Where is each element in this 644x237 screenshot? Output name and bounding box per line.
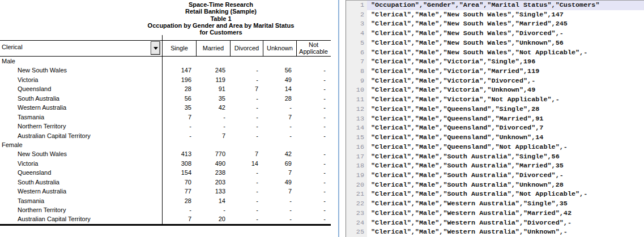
editor-line[interactable]: "Clerical","Male","Victoria","Unknown",4… bbox=[367, 85, 644, 95]
cell-divorced: - bbox=[230, 187, 263, 196]
editor-line[interactable]: "Clerical","Male","Victoria","Married",1… bbox=[367, 67, 644, 76]
cell-not-applicable: - bbox=[296, 131, 330, 140]
cell-divorced: - bbox=[230, 131, 263, 140]
editor-line[interactable]: "Clerical","Male","South Australia","Sin… bbox=[367, 152, 644, 162]
row-label: New South Wales bbox=[0, 66, 163, 75]
line-number: 20 bbox=[346, 180, 367, 190]
cell-single: 56 bbox=[163, 94, 196, 103]
cell-married: - bbox=[196, 122, 230, 131]
cell-married: 490 bbox=[196, 159, 230, 168]
cell-not-applicable: - bbox=[296, 66, 330, 75]
row-label: Northern Territory bbox=[0, 122, 163, 131]
editor-line[interactable]: "Clerical","Male","New South Wales","Not… bbox=[367, 48, 644, 58]
editor-line[interactable]: "Clerical","Male","Victoria","Divorced",… bbox=[367, 76, 644, 86]
row-label: Victoria bbox=[0, 159, 163, 168]
cell-single: - bbox=[163, 205, 196, 214]
editor-line[interactable]: "Clerical","Male","South Australia","Not… bbox=[367, 189, 644, 199]
cell-divorced: - bbox=[230, 196, 263, 205]
cell-single: 7 bbox=[163, 113, 196, 122]
line-number: 13 bbox=[346, 114, 367, 124]
cell-married: 245 bbox=[196, 66, 230, 75]
cell-single: 7 bbox=[163, 214, 196, 223]
editor-line[interactable]: "Clerical","Male","New South Wales","Sin… bbox=[367, 10, 644, 20]
editor-text-area[interactable]: "Occupation","Gender","Area","Marital St… bbox=[367, 1, 644, 237]
cell-single: 70 bbox=[163, 178, 196, 187]
editor-line[interactable]: "Clerical","Male","Western Australia","U… bbox=[367, 227, 644, 237]
dropdown-arrow-button[interactable] bbox=[151, 41, 160, 55]
row-label: Western Australia bbox=[0, 187, 163, 196]
report-table-body: Male New South Wales 147 245 - 56 - Vict… bbox=[0, 57, 331, 224]
line-number: 12 bbox=[346, 105, 367, 114]
table-row: Western Australia 35 42 - - - bbox=[0, 103, 331, 112]
line-number: 18 bbox=[346, 161, 367, 171]
cell-not-applicable: - bbox=[296, 168, 330, 177]
line-number: 24 bbox=[346, 218, 367, 228]
chevron-down-icon bbox=[153, 47, 158, 50]
editor-line[interactable]: "Clerical","Male","Western Australia","M… bbox=[367, 209, 644, 218]
cell-unknown bbox=[263, 140, 296, 149]
table-row: Australian Capital Territory - 7 - - - bbox=[0, 131, 331, 140]
editor-line[interactable]: "Clerical","Male","South Australia","Div… bbox=[367, 171, 644, 180]
editor-line[interactable]: "Clerical","Male","Queensland","Single",… bbox=[367, 105, 644, 114]
occupation-dropdown[interactable]: Clerical bbox=[0, 41, 161, 55]
row-label: South Australia bbox=[0, 178, 163, 187]
cell-single: 77 bbox=[163, 187, 196, 196]
editor-line[interactable]: "Clerical","Male","Queensland","Not Appl… bbox=[367, 143, 644, 152]
cell-not-applicable bbox=[296, 140, 330, 149]
editor-line[interactable]: "Clerical","Male","New South Wales","Unk… bbox=[367, 38, 644, 48]
line-number: 19 bbox=[346, 171, 367, 180]
editor-line[interactable]: "Clerical","Male","South Australia","Mar… bbox=[367, 161, 644, 171]
cell-single: 154 bbox=[163, 168, 196, 177]
row-label: Australian Capital Territory bbox=[0, 214, 163, 223]
group-header-row: Female bbox=[0, 140, 331, 149]
editor-line[interactable]: "Clerical","Male","Victoria","Not Applic… bbox=[367, 95, 644, 105]
cell-married: 133 bbox=[196, 187, 230, 196]
cell-unknown: - bbox=[263, 131, 296, 140]
editor-line[interactable]: "Clerical","Male","Queensland","Married"… bbox=[367, 114, 644, 124]
cell-divorced: - bbox=[230, 103, 263, 112]
line-number: 11 bbox=[346, 95, 367, 105]
editor-line[interactable]: "Clerical","Male","New South Wales","Div… bbox=[367, 29, 644, 38]
line-number: 9 bbox=[346, 76, 367, 86]
line-number: 1 bbox=[346, 1, 367, 10]
editor-line[interactable]: "Clerical","Male","New South Wales","Mar… bbox=[367, 19, 644, 29]
cell-single: 147 bbox=[163, 66, 196, 75]
editor-line[interactable]: "Clerical","Male","South Australia","Unk… bbox=[367, 180, 644, 190]
cell-married: 238 bbox=[196, 168, 230, 177]
editor-line[interactable]: "Clerical","Male","Western Australia","S… bbox=[367, 199, 644, 209]
editor-line[interactable]: "Clerical","Male","Victoria","Single",19… bbox=[367, 57, 644, 67]
editor-line[interactable]: "Clerical","Male","Queensland","Divorced… bbox=[367, 123, 644, 133]
line-number-gutter: 1234567891011121314151617181920212223242… bbox=[346, 1, 367, 237]
occupation-dropdown-value: Clerical bbox=[2, 44, 23, 50]
csv-editor-panel: 1234567891011121314151617181920212223242… bbox=[346, 0, 644, 237]
panel-splitter[interactable] bbox=[338, 0, 339, 237]
editor-line[interactable]: "Clerical","Male","Queensland","Unknown"… bbox=[367, 133, 644, 143]
cell-unknown: 7 bbox=[263, 187, 296, 196]
table-row: Victoria 308 490 14 69 - bbox=[0, 159, 331, 168]
cell-divorced: - bbox=[230, 66, 263, 75]
cell-single: - bbox=[163, 122, 196, 131]
cell-married: 42 bbox=[196, 103, 230, 112]
cell-married: 770 bbox=[196, 149, 230, 158]
line-number: 2 bbox=[346, 10, 367, 20]
editor-line[interactable]: "Occupation","Gender","Area","Marital St… bbox=[367, 1, 644, 10]
cell-unknown: 69 bbox=[263, 159, 296, 168]
table-row: Tasmania 28 14 - - - bbox=[0, 196, 331, 205]
line-number: 14 bbox=[346, 123, 367, 133]
line-number: 7 bbox=[346, 57, 367, 67]
line-number: 21 bbox=[346, 189, 367, 199]
cell-married: 20 bbox=[196, 214, 230, 223]
cell-married: 203 bbox=[196, 178, 230, 187]
row-label: Queensland bbox=[0, 84, 163, 93]
cell-divorced: 7 bbox=[230, 84, 263, 93]
column-header: Married bbox=[196, 41, 230, 56]
cell-single bbox=[163, 140, 196, 149]
editor-line[interactable]: "Clerical","Male","Western Australia","D… bbox=[367, 218, 644, 228]
report-panel: Space-Time Research Retail Banking (Samp… bbox=[0, 0, 338, 237]
cell-single: - bbox=[163, 131, 196, 140]
cell-married: 14 bbox=[196, 196, 230, 205]
cell-unknown: 7 bbox=[263, 113, 296, 122]
report-title-line: Table 1 bbox=[0, 15, 338, 22]
cell-not-applicable: - bbox=[296, 113, 330, 122]
cell-unknown: 14 bbox=[263, 84, 296, 93]
